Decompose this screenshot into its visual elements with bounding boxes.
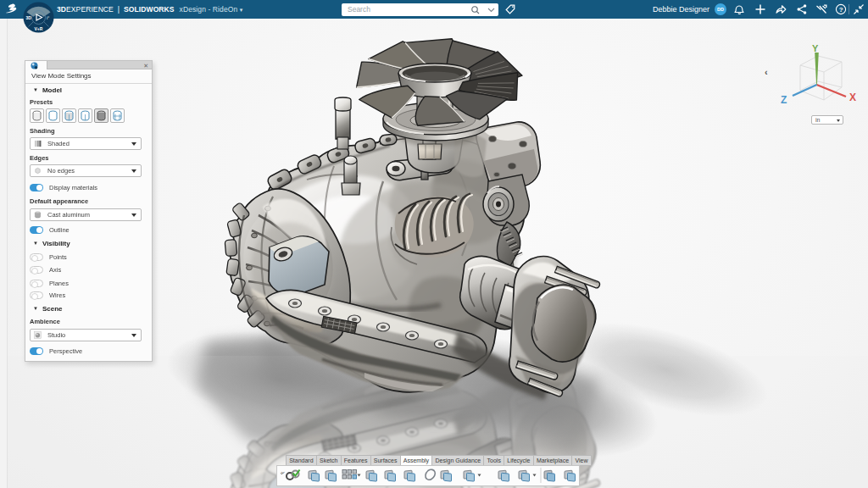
svg-text:i²: i²	[47, 15, 49, 20]
svg-text:V+R: V+R	[35, 26, 43, 31]
svg-text:X: X	[849, 92, 856, 103]
svg-text:Z: Z	[781, 94, 787, 106]
svg-text:?: ?	[839, 6, 843, 14]
svg-text:Y: Y	[812, 44, 819, 53]
svg-text:3D: 3D	[26, 15, 32, 20]
svg-text:⌄: ⌄	[279, 469, 285, 476]
